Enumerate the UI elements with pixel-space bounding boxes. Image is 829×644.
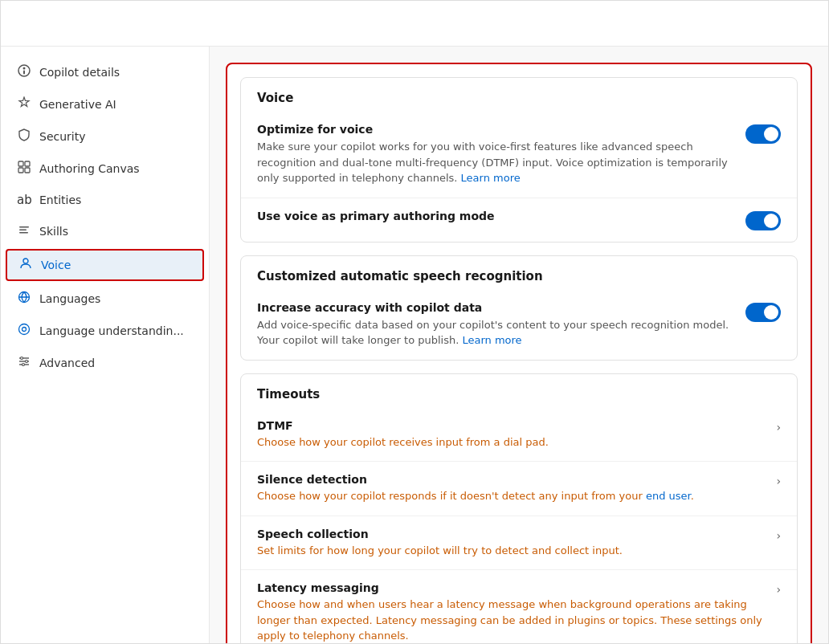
- sidebar-item-label: Languages: [39, 292, 100, 305]
- toggle-increase-accuracy[interactable]: [745, 303, 781, 322]
- setting-label-voice-primary: Use voice as primary authoring mode: [257, 210, 733, 222]
- svg-point-13: [22, 328, 27, 332]
- svg-rect-8: [19, 230, 27, 231]
- sidebar-item-authoring-canvas[interactable]: Authoring Canvas: [1, 153, 209, 185]
- sidebar: Copilot detailsGenerative AISecurityAuth…: [1, 47, 210, 643]
- setting-desc-optimize-voice: Make sure your copilot works for you wit…: [257, 139, 733, 186]
- main-content: VoiceOptimize for voiceMake sure your co…: [210, 47, 828, 643]
- svg-rect-6: [25, 168, 30, 173]
- timeout-label-latency-messaging: Latency messaging: [257, 581, 776, 594]
- sidebar-item-skills[interactable]: Skills: [1, 215, 209, 247]
- svg-rect-5: [18, 168, 23, 173]
- toggle-voice-primary[interactable]: [745, 211, 781, 230]
- section-voice: VoiceOptimize for voiceMake sure your co…: [240, 77, 798, 243]
- sidebar-item-label: Advanced: [39, 357, 95, 369]
- chevron-icon-latency-messaging: ›: [776, 583, 781, 596]
- authoring-canvas-icon: [17, 161, 31, 177]
- language-understanding-icon: [17, 323, 31, 339]
- generative-ai-icon: [17, 96, 31, 112]
- title-bar: [1, 1, 828, 47]
- chevron-icon-silence-detection: ›: [776, 475, 781, 487]
- chevron-icon-speech-collection: ›: [776, 529, 781, 542]
- svg-point-10: [23, 259, 28, 263]
- sidebar-item-copilot-details[interactable]: Copilot details: [1, 56, 209, 88]
- sidebar-item-label: Copilot details: [39, 66, 120, 79]
- languages-icon: [17, 291, 31, 307]
- setting-label-optimize-voice: Optimize for voice: [257, 123, 733, 136]
- svg-point-1: [23, 67, 26, 70]
- svg-point-17: [21, 357, 23, 360]
- sidebar-item-label: Skills: [39, 225, 68, 238]
- sidebar-item-label: Generative AI: [39, 98, 116, 111]
- voice-icon: [18, 257, 33, 273]
- settings-window: Copilot detailsGenerative AISecurityAuth…: [0, 0, 829, 644]
- timeout-item-silence-detection[interactable]: Silence detectionChoose how your copilot…: [241, 462, 797, 516]
- timeout-item-dtmf[interactable]: DTMFChoose how your copilot receives inp…: [241, 408, 797, 463]
- timeout-label-silence-detection: Silence detection: [257, 473, 776, 486]
- sidebar-item-entities[interactable]: abEntities: [1, 185, 209, 215]
- svg-point-19: [22, 364, 25, 366]
- sidebar-item-voice[interactable]: Voice: [6, 249, 204, 281]
- svg-point-12: [19, 324, 30, 335]
- sidebar-item-label: Authoring Canvas: [39, 162, 140, 175]
- setting-label-increase-accuracy: Increase accuracy with copilot data: [257, 301, 733, 314]
- svg-point-18: [26, 361, 28, 363]
- sidebar-item-label: Language understandin...: [39, 324, 184, 337]
- setting-desc-increase-accuracy: Add voice-specific data based on your co…: [257, 317, 733, 348]
- sidebar-item-language-understanding[interactable]: Language understandin...: [1, 315, 209, 347]
- sidebar-item-languages[interactable]: Languages: [1, 283, 209, 315]
- section-title-customized-asr: Customized automatic speech recognition: [241, 256, 797, 290]
- svg-rect-9: [19, 232, 28, 234]
- section-timeouts: TimeoutsDTMFChoose how your copilot rece…: [240, 373, 798, 644]
- copilot-details-icon: [17, 64, 31, 80]
- svg-rect-2: [23, 71, 25, 75]
- timeout-label-dtmf: DTMF: [257, 419, 776, 432]
- timeout-desc-dtmf: Choose how your copilot receives input f…: [257, 434, 776, 450]
- close-button[interactable]: [790, 12, 812, 35]
- section-title-voice: Voice: [241, 78, 797, 112]
- security-icon: [17, 128, 31, 145]
- timeout-desc-speech-collection: Set limits for how long your copilot wil…: [257, 543, 776, 559]
- sidebar-item-label: Entities: [39, 194, 81, 206]
- chevron-icon-dtmf: ›: [776, 421, 781, 434]
- sidebar-item-label: Voice: [41, 259, 71, 271]
- timeout-desc-latency-messaging: Choose how and when users hear a latency…: [257, 597, 776, 643]
- skills-icon: [17, 223, 31, 239]
- toggle-optimize-voice[interactable]: [745, 124, 781, 144]
- section-title-timeouts: Timeouts: [241, 374, 797, 408]
- svg-rect-3: [18, 161, 23, 166]
- svg-rect-4: [25, 161, 30, 166]
- timeout-label-speech-collection: Speech collection: [257, 528, 776, 540]
- sidebar-item-security[interactable]: Security: [1, 120, 209, 153]
- timeout-item-speech-collection[interactable]: Speech collectionSet limits for how long…: [241, 516, 797, 571]
- section-customized-asr: Customized automatic speech recognitionI…: [240, 255, 798, 361]
- content-area: Copilot detailsGenerative AISecurityAuth…: [1, 47, 828, 643]
- sidebar-item-label: Security: [39, 130, 86, 143]
- advanced-icon: [17, 355, 31, 371]
- timeout-desc-silence-detection: Choose how your copilot responds if it d…: [257, 488, 776, 504]
- sidebar-item-advanced[interactable]: Advanced: [1, 347, 209, 379]
- setting-item-increase-accuracy: Increase accuracy with copilot dataAdd v…: [241, 290, 797, 360]
- svg-rect-7: [19, 226, 29, 228]
- sidebar-item-generative-ai[interactable]: Generative AI: [1, 88, 209, 120]
- setting-item-optimize-voice: Optimize for voiceMake sure your copilot…: [241, 112, 797, 198]
- voice-settings-panel: VoiceOptimize for voiceMake sure your co…: [226, 63, 812, 643]
- timeout-item-latency-messaging[interactable]: Latency messagingChoose how and when use…: [241, 570, 797, 643]
- setting-item-voice-primary: Use voice as primary authoring mode: [241, 198, 797, 242]
- entities-icon: ab: [17, 193, 31, 207]
